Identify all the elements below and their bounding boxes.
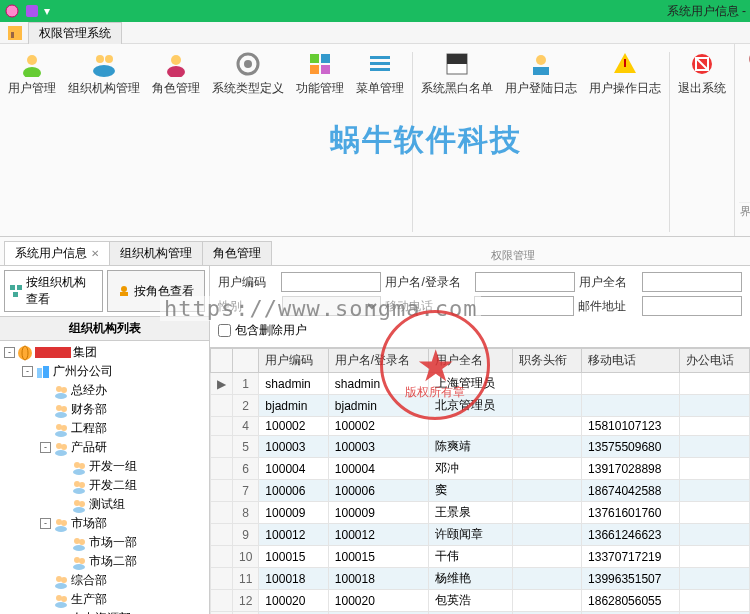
- row-number: 10: [233, 546, 259, 568]
- tree-node[interactable]: 开发一组: [4, 457, 207, 476]
- svg-point-38: [121, 286, 127, 292]
- tree-node[interactable]: 开发二组: [4, 476, 207, 495]
- table-row[interactable]: 10100015100015干伟13370717219: [211, 546, 750, 568]
- row-marker: [211, 568, 233, 590]
- exit-icon: [688, 50, 716, 78]
- grid-col-header[interactable]: 办公电话: [680, 349, 750, 373]
- grid-col-header[interactable]: 职务头衔: [512, 349, 581, 373]
- svg-point-78: [61, 596, 67, 602]
- close-icon[interactable]: ✕: [91, 248, 99, 259]
- table-row[interactable]: 6100004100004邓冲13917028898: [211, 458, 750, 480]
- grid-col-header[interactable]: 用户编码: [259, 349, 328, 373]
- tool-org-mgmt[interactable]: 组织机构管理: [62, 48, 146, 236]
- cell-login: 100002: [328, 417, 429, 436]
- row-marker: ▶: [211, 373, 233, 395]
- svg-point-63: [79, 501, 85, 507]
- input-code[interactable]: [281, 272, 381, 292]
- table-row[interactable]: ▶1shadminshadmin上海管理员: [211, 373, 750, 395]
- cell-name: [429, 417, 512, 436]
- expander-icon[interactable]: -: [40, 518, 51, 529]
- tree-node[interactable]: 工程部: [4, 419, 207, 438]
- chk-include-deleted[interactable]: [218, 324, 231, 337]
- svg-rect-15: [310, 65, 319, 74]
- tool-label: 用户操作日志: [589, 80, 661, 97]
- tool-sys-type[interactable]: 系统类型定义: [206, 48, 290, 236]
- tool-label: 退出系统: [678, 80, 726, 97]
- ribbon-tab-permission[interactable]: 权限管理系统: [28, 22, 122, 44]
- doc-tab-label: 组织机构管理: [120, 245, 192, 262]
- tool-label: 功能管理: [296, 80, 344, 97]
- expander-icon[interactable]: -: [40, 442, 51, 453]
- tree-node[interactable]: 生产部: [4, 590, 207, 609]
- grid-col-header[interactable]: 用户全名: [429, 349, 512, 373]
- tree-node[interactable]: 人力资源部: [4, 609, 207, 614]
- cell-login: 100009: [328, 502, 429, 524]
- tool-login-log[interactable]: 用户登陆日志: [499, 48, 583, 236]
- home-icon[interactable]: [6, 24, 24, 42]
- tab-by-org[interactable]: 按组织机构查看: [4, 270, 103, 312]
- people-icon: [53, 421, 69, 437]
- expander-icon[interactable]: -: [22, 366, 33, 377]
- tool-label: 系统黑白名单: [421, 80, 493, 97]
- row-marker: [211, 546, 233, 568]
- cell-name: 包英浩: [429, 590, 512, 612]
- tree-node[interactable]: 财务部: [4, 400, 207, 419]
- tool-role-mgmt[interactable]: 角色管理: [146, 48, 206, 236]
- tool-menu-mgmt[interactable]: 菜单管理: [350, 48, 410, 236]
- grid-col-header[interactable]: 用户名/登录名: [328, 349, 429, 373]
- tree-node[interactable]: 总经办: [4, 381, 207, 400]
- tool-exit[interactable]: 退出系统: [672, 48, 732, 236]
- table-row[interactable]: 7100006100006窦18674042588: [211, 480, 750, 502]
- tab-by-role[interactable]: 按角色查看: [107, 270, 206, 312]
- cell-login: 100015: [328, 546, 429, 568]
- input-mobile[interactable]: [474, 296, 574, 316]
- lbl-code: 用户编码: [218, 274, 277, 291]
- tree-node[interactable]: -市场部: [4, 514, 207, 533]
- table-row[interactable]: 8100009100009王景泉13761601760: [211, 502, 750, 524]
- svg-point-40: [18, 346, 32, 360]
- tree-node[interactable]: -广州分公司: [4, 362, 207, 381]
- tool-blacklist[interactable]: 系统黑白名单: [415, 48, 499, 236]
- tree-node[interactable]: 测试组: [4, 495, 207, 514]
- tool-func-mgmt[interactable]: 功能管理: [290, 48, 350, 236]
- svg-point-46: [55, 393, 67, 399]
- svg-rect-25: [624, 59, 626, 67]
- org-tree[interactable]: -集团-广州分公司总经办财务部工程部-产品研开发一组开发二组测试组-市场部市场一…: [0, 341, 209, 614]
- table-row[interactable]: 9100012100012许颐闻章13661246623: [211, 524, 750, 546]
- tree-node[interactable]: 综合部: [4, 571, 207, 590]
- tree-node[interactable]: 市场一部: [4, 533, 207, 552]
- cell-login: shadmin: [328, 373, 429, 395]
- tool-user-mgmt[interactable]: 用户管理: [2, 48, 62, 236]
- doc-tab-org[interactable]: 组织机构管理: [109, 241, 203, 265]
- table-row[interactable]: 11100018100018杨维艳13996351507: [211, 568, 750, 590]
- cell-title: [512, 458, 581, 480]
- cell-office: [680, 590, 750, 612]
- people-icon: [53, 573, 69, 589]
- table-row[interactable]: 2bjadminbjadmin北京管理员: [211, 395, 750, 417]
- input-fullname[interactable]: [642, 272, 742, 292]
- doc-tab-role[interactable]: 角色管理: [202, 241, 272, 265]
- cell-office: [680, 480, 750, 502]
- table-row[interactable]: 410000210000215810107123: [211, 417, 750, 436]
- table-row[interactable]: 12100020100020包英浩18628056055: [211, 590, 750, 612]
- row-marker: [211, 502, 233, 524]
- table-row[interactable]: 5100003100003陈爽靖13575509680: [211, 436, 750, 458]
- tree-node[interactable]: -产品研: [4, 438, 207, 457]
- svg-point-4: [27, 55, 37, 65]
- tree-root[interactable]: -集团: [4, 343, 207, 362]
- tool-op-log[interactable]: 用户操作日志: [583, 48, 667, 236]
- doc-tab-sys-user[interactable]: 系统用户信息✕: [4, 241, 110, 265]
- tree-label: 生产部: [71, 591, 107, 608]
- svg-rect-1: [26, 5, 38, 17]
- tool-label: 系统类型定义: [212, 80, 284, 97]
- select-gender[interactable]: [282, 296, 381, 316]
- expander-icon[interactable]: -: [4, 347, 15, 358]
- cell-code: 100006: [259, 480, 328, 502]
- tree-node[interactable]: 市场二部: [4, 552, 207, 571]
- svg-point-59: [74, 481, 80, 487]
- input-email[interactable]: [642, 296, 742, 316]
- grid-col-header[interactable]: 移动电话: [582, 349, 680, 373]
- input-login[interactable]: [475, 272, 575, 292]
- grid-wrap[interactable]: 用户编码用户名/登录名用户全名职务头衔移动电话办公电话 ▶1shadminsha…: [210, 348, 750, 614]
- tool-label: 组织机构管理: [68, 80, 140, 97]
